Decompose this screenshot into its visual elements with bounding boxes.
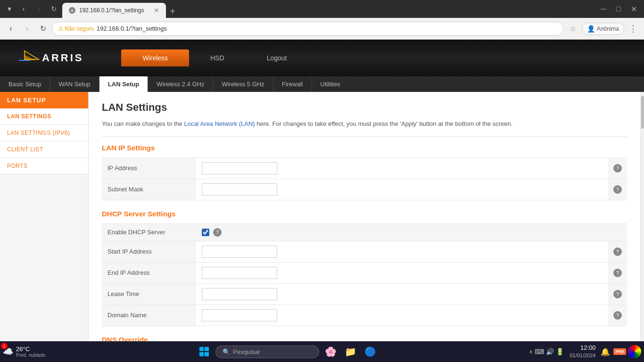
ip-address-help-icon[interactable]: ? — [613, 164, 622, 173]
pre-badge: PRE — [613, 348, 626, 355]
browser-menu-btn[interactable]: ⋮ — [626, 22, 640, 36]
bookmark-btn[interactable]: ☆ — [566, 22, 580, 36]
start-ip-row: Start IP Address ? — [102, 241, 627, 262]
notification-badge: 1 — [1, 343, 8, 349]
lease-time-help-icon[interactable]: ? — [613, 290, 622, 298]
incognito-label: Anônima — [597, 25, 619, 32]
domain-name-help-icon[interactable]: ? — [613, 311, 622, 320]
dhcp-section-title: DHCP Server Settings — [102, 210, 627, 218]
end-ip-input[interactable] — [202, 267, 277, 279]
tray-battery-icon[interactable]: 🔋 — [556, 348, 564, 355]
ip-address-input[interactable] — [202, 162, 277, 174]
sub-nav: Basic Setup WAN Setup LAN Setup Wireless… — [0, 76, 644, 92]
arris-logo-icon — [9, 50, 40, 66]
addr-forward-btn[interactable]: › — [20, 22, 34, 36]
start-ip-help-icon[interactable]: ? — [613, 247, 622, 256]
taskbar-clock[interactable]: 12:00 01/01/2024 — [567, 344, 598, 360]
arris-logo: ARRIS — [9, 50, 83, 66]
taskbar-search-placeholder: Pesquisar — [233, 348, 260, 355]
sidebar-item-lan-settings[interactable]: LAN SETTINGS — [0, 108, 88, 125]
dhcp-help-icon[interactable]: ? — [213, 228, 222, 237]
window-minimize-btn[interactable]: ─ — [597, 2, 610, 16]
subnav-firewall[interactable]: Firewall — [273, 76, 312, 92]
window-maximize-btn[interactable]: □ — [612, 2, 625, 16]
system-tray: ∧ ⌨ 🔊 🔋 — [526, 348, 567, 355]
lan-link[interactable]: Local Area Network (LAN) — [184, 120, 255, 127]
addr-back-btn[interactable]: ‹ — [4, 22, 18, 36]
subnav-basic-setup[interactable]: Basic Setup — [0, 76, 50, 92]
taskbar-date: 01/01/2024 — [570, 352, 595, 359]
enable-dhcp-checkbox[interactable] — [202, 229, 209, 236]
start-ip-label: Start IP Address — [102, 241, 196, 262]
nav-refresh-btn[interactable]: ↻ — [47, 2, 60, 16]
taskbar-color-icon[interactable] — [628, 345, 641, 358]
taskbar-weather: 1 ☁️ 26°C Pred. nublado — [3, 346, 45, 358]
tab-favicon: ● — [69, 7, 75, 14]
subnet-mask-input[interactable] — [202, 183, 277, 196]
svg-rect-4 — [205, 347, 209, 351]
windows-logo-icon — [199, 346, 209, 357]
incognito-btn[interactable]: 👤 Anônima — [582, 23, 624, 35]
browser-overflow-btn[interactable]: ▼ — [4, 2, 15, 16]
domain-name-row: Domain Name ? — [102, 304, 627, 326]
dhcp-table: Enable DHCP Server ? Start IP Address — [102, 223, 627, 326]
end-ip-help-icon[interactable]: ? — [613, 269, 622, 277]
address-text: 192.168.0.1/?lan_settings — [97, 25, 167, 32]
dns-section-title: DNS Override — [102, 336, 627, 341]
sidebar-item-ports[interactable]: PORTS — [0, 158, 88, 174]
tab-title: 192.168.0.1/?lan_settings — [79, 7, 150, 14]
address-bar[interactable]: ⚠ Não seguro 192.168.0.1/?lan_settings — [52, 22, 564, 36]
end-ip-row: End IP Address ? — [102, 262, 627, 283]
enable-dhcp-row: Enable DHCP Server ? — [102, 223, 627, 241]
subnav-utilities[interactable]: Utilities — [312, 76, 349, 92]
header-nav: Wireless HSD Logout — [121, 49, 308, 66]
weather-temp: 26°C — [16, 346, 45, 353]
right-scrollbar[interactable] — [640, 92, 644, 341]
lease-time-row: Lease Time ? — [102, 283, 627, 304]
new-tab-btn[interactable]: + — [166, 5, 179, 18]
nav-back-btn[interactable]: ‹ — [17, 2, 30, 16]
security-label: Não seguro — [65, 25, 94, 32]
header-nav-hsd[interactable]: HSD — [189, 49, 246, 66]
subnet-mask-help-icon[interactable]: ? — [613, 185, 622, 194]
header-nav-wireless[interactable]: Wireless — [121, 49, 189, 66]
main-content: LAN Settings You can make changes to the… — [89, 92, 640, 341]
taskbar-notification-btn[interactable]: 🔔 — [598, 345, 612, 359]
svg-rect-6 — [205, 352, 209, 356]
subnav-wan-setup[interactable]: WAN Setup — [50, 76, 99, 92]
start-button[interactable] — [196, 343, 213, 360]
incognito-icon: 👤 — [587, 25, 595, 33]
end-ip-label: End IP Address — [102, 262, 196, 283]
window-close-btn[interactable]: ✕ — [627, 2, 640, 16]
sidebar-item-client-list[interactable]: CLIENT LIST — [0, 141, 88, 158]
taskbar-search[interactable]: 🔍 Pesquisar — [215, 346, 319, 358]
taskbar-chrome-icon[interactable]: 🔵 — [362, 343, 379, 360]
subnav-lan-setup[interactable]: LAN Setup — [99, 76, 148, 92]
subnav-wireless-5[interactable]: Wireless 5 GHz — [213, 76, 273, 92]
tray-keyboard-icon[interactable]: ⌨ — [535, 348, 544, 355]
content-area: LAN SETUP LAN SETTINGS LAN SETTINGS (IPV… — [0, 92, 644, 341]
page-title: LAN Settings — [102, 101, 627, 114]
addr-refresh-btn[interactable]: ↻ — [36, 22, 50, 36]
sidebar-item-lan-settings-ipv6[interactable]: LAN SETTINGS (IPV6) — [0, 125, 88, 141]
taskbar-apps-icon[interactable]: 🌸 — [322, 343, 339, 360]
lease-time-input[interactable] — [202, 288, 277, 300]
subnav-wireless-24[interactable]: Wireless 2.4 GHz — [148, 76, 213, 92]
sidebar-header: LAN SETUP — [0, 92, 88, 108]
header-nav-logout[interactable]: Logout — [246, 49, 308, 66]
svg-rect-5 — [199, 352, 204, 356]
lan-ip-table: IP Address ? Subnet Mask ? — [102, 157, 627, 200]
active-tab[interactable]: ● 192.168.0.1/?lan_settings ✕ — [62, 3, 166, 18]
weather-desc: Pred. nublado — [16, 353, 45, 358]
scrollbar-thumb — [641, 96, 644, 129]
subnet-mask-label: Subnet Mask — [102, 179, 196, 200]
domain-name-input[interactable] — [202, 309, 277, 321]
tray-volume-icon[interactable]: 🔊 — [546, 348, 554, 355]
tab-close-btn[interactable]: ✕ — [154, 7, 159, 14]
tray-chevron-icon[interactable]: ∧ — [529, 349, 533, 355]
nav-forward-btn[interactable]: › — [32, 2, 45, 16]
start-ip-input[interactable] — [202, 246, 277, 258]
taskbar-time: 12:00 — [570, 344, 595, 352]
taskbar-files-icon[interactable]: 📁 — [342, 343, 359, 360]
security-warning-icon: ⚠ Não seguro — [58, 25, 94, 32]
